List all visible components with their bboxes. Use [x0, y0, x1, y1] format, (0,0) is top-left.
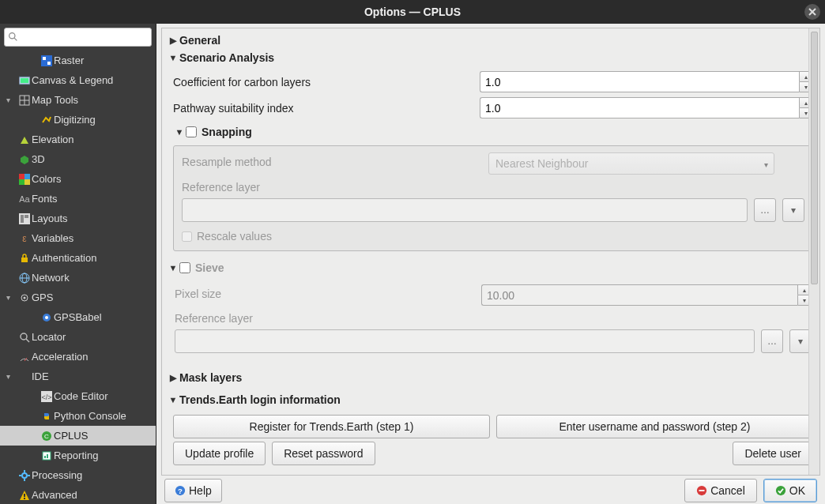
sidebar-item-authentication[interactable]: Authentication: [0, 248, 156, 268]
snapping-checkbox[interactable]: [186, 126, 197, 137]
svg-rect-14: [19, 179, 24, 185]
sidebar-item-label: Canvas & Legend: [32, 74, 113, 86]
panel-scrollbar[interactable]: [808, 28, 819, 475]
sidebar-item-elevation[interactable]: Elevation: [0, 130, 156, 149]
sidebar-item-colors[interactable]: Colors: [0, 169, 156, 189]
sidebar-item-gpsbabel[interactable]: GPSBabel: [0, 307, 156, 327]
sidebar-item-gps[interactable]: ▾GPS: [0, 288, 156, 307]
coefficient-label: Coefficient for carbon layers: [173, 76, 480, 88]
sidebar-item-raster[interactable]: Raster: [0, 51, 156, 70]
cancel-button[interactable]: Cancel: [684, 479, 757, 502]
close-button[interactable]: [804, 4, 820, 20]
browse-button[interactable]: …: [754, 198, 776, 222]
section-scenario-analysis[interactable]: ▼ Scenario Analysis: [167, 49, 813, 66]
svg-marker-11: [21, 156, 28, 164]
sidebar-item-code-editor[interactable]: </>Code Editor: [0, 386, 156, 406]
svg-line-28: [26, 339, 29, 342]
sidebar-item-label: Advanced: [32, 489, 77, 501]
svg-rect-36: [47, 454, 48, 458]
chevron-icon: ▾: [6, 372, 17, 381]
canvas-icon: [17, 75, 32, 86]
options-tree[interactable]: RasterCanvas & Legend▾Map ToolsDigitizin…: [0, 51, 156, 504]
sidebar-item-label: Processing: [32, 469, 82, 481]
sidebar-item-advanced[interactable]: Advanced: [0, 485, 156, 504]
psi-input[interactable]: [480, 97, 799, 118]
sidebar-item-label: Python Console: [54, 410, 126, 422]
svg-rect-18: [24, 215, 28, 218]
sidebar-item-locator[interactable]: Locator: [0, 327, 156, 347]
sidebar-item-network[interactable]: Network: [0, 268, 156, 288]
cplus-icon: C: [40, 431, 54, 442]
sieve-label: Sieve: [195, 261, 224, 274]
colors-icon: [17, 174, 32, 185]
delete-user-button[interactable]: Delete user: [733, 442, 813, 465]
section-snapping[interactable]: ▼ Snapping: [173, 123, 813, 141]
sidebar-item-reporting[interactable]: Reporting: [0, 446, 156, 465]
reference-layer-label: Reference layer: [182, 181, 804, 194]
browse-button-2[interactable]: …: [761, 329, 783, 353]
question-icon: ?: [175, 485, 186, 496]
sidebar-item-label: GPSBabel: [54, 311, 102, 323]
pixel-size-label: Pixel size: [175, 288, 481, 300]
ok-button[interactable]: OK: [763, 479, 817, 502]
update-profile-button[interactable]: Update profile: [173, 442, 266, 465]
gpsbabel-icon: [40, 312, 54, 323]
window-title: Options — CPLUS: [364, 6, 461, 18]
ok-label: OK: [789, 484, 805, 497]
section-sieve[interactable]: ▼ Sieve: [167, 259, 813, 276]
sidebar-item-python-console[interactable]: Python Console: [0, 406, 156, 426]
help-label: Help: [189, 484, 212, 497]
options-search-input[interactable]: [4, 28, 152, 47]
sidebar-item-layouts[interactable]: Layouts: [0, 209, 156, 228]
sidebar-item-3d[interactable]: 3D: [0, 149, 156, 169]
scrollbar-thumb[interactable]: [811, 32, 818, 284]
pixel-size-input[interactable]: [481, 284, 797, 306]
section-general[interactable]: ▶ General: [167, 32, 813, 49]
sidebar-item-fonts[interactable]: AaFonts: [0, 189, 156, 209]
sidebar-item-variables[interactable]: εVariables: [0, 228, 156, 248]
sidebar-item-label: Acceleration: [32, 351, 89, 363]
sidebar-item-cplus[interactable]: CCPLUS: [0, 426, 156, 446]
svg-rect-4: [47, 62, 51, 65]
resample-method-select[interactable]: Nearest Neighbour: [488, 152, 774, 175]
coefficient-input[interactable]: [480, 71, 799, 92]
svg-rect-13: [24, 174, 30, 179]
sidebar-item-label: Variables: [32, 232, 73, 244]
rescale-values-checkbox[interactable]: [182, 231, 192, 242]
register-button[interactable]: Register for Trends.Earth (step 1): [173, 415, 490, 438]
reference-layer-input[interactable]: [182, 198, 748, 222]
chevron-icon: ▾: [6, 96, 17, 104]
dropdown-button[interactable]: ▾: [782, 198, 804, 222]
variables-icon: ε: [17, 233, 32, 244]
sidebar-item-processing[interactable]: Processing: [0, 465, 156, 485]
fonts-icon: Aa: [17, 194, 32, 204]
sidebar-item-label: Locator: [32, 331, 66, 343]
reset-password-button[interactable]: Reset password: [272, 442, 375, 465]
svg-rect-43: [24, 494, 25, 497]
options-sidebar: RasterCanvas & Legend▾Map ToolsDigitizin…: [0, 24, 156, 504]
window-titlebar: Options — CPLUS: [0, 0, 825, 24]
enter-credentials-button[interactable]: Enter username and password (step 2): [496, 415, 813, 438]
section-mask-layers[interactable]: ▶ Mask layers: [167, 369, 813, 386]
digitizing-icon: [40, 115, 54, 126]
svg-text:</>: </>: [41, 393, 51, 401]
sidebar-item-map-tools[interactable]: ▾Map Tools: [0, 90, 156, 110]
snapping-label: Snapping: [202, 126, 252, 138]
sieve-checkbox[interactable]: [179, 262, 190, 273]
sidebar-item-canvas-legend[interactable]: Canvas & Legend: [0, 70, 156, 90]
help-button[interactable]: ? Help: [164, 479, 222, 502]
sidebar-item-ide[interactable]: ▾IDE: [0, 367, 156, 386]
reporting-icon: [40, 450, 54, 461]
reference-layer2-input[interactable]: [175, 329, 755, 353]
svg-point-24: [24, 296, 26, 299]
maptools-icon: [17, 95, 32, 106]
chevron-icon: ▾: [6, 293, 17, 302]
section-scenario-label: Scenario Analysis: [179, 51, 274, 64]
sidebar-item-label: IDE: [32, 370, 49, 382]
gps-icon: [17, 292, 32, 303]
code-icon: </>: [40, 391, 54, 402]
sidebar-item-digitizing[interactable]: Digitizing: [0, 110, 156, 130]
sidebar-item-acceleration[interactable]: Acceleration: [0, 347, 156, 367]
chevron-right-icon: ▶: [167, 373, 179, 383]
section-trends-earth[interactable]: ▼ Trends.Earth login information: [167, 391, 813, 408]
